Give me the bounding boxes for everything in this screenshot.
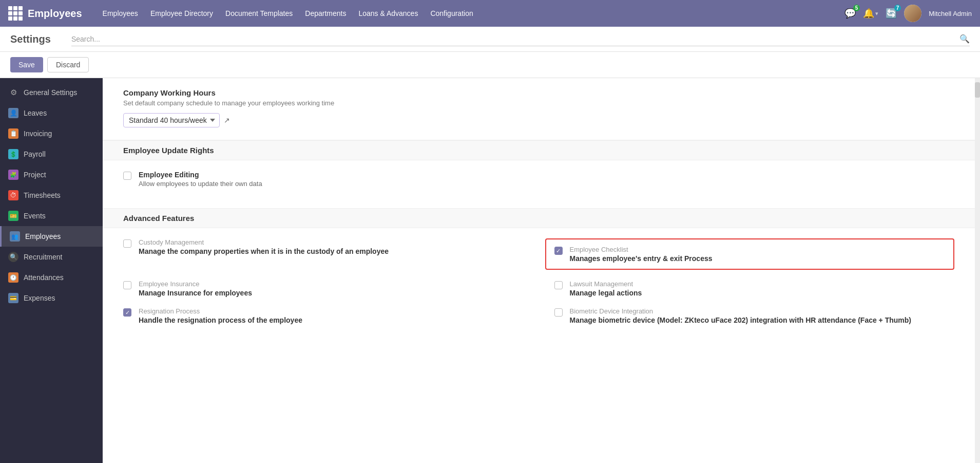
- sidebar-label-project: Project: [24, 171, 46, 179]
- refresh-badge: 7: [894, 5, 901, 11]
- sidebar-item-recruitment[interactable]: 🔍 Recruitment: [0, 247, 103, 267]
- nav-employee-directory[interactable]: Employee Directory: [145, 6, 218, 21]
- working-hours-section: Company Working Hours Set default compan…: [103, 78, 975, 140]
- sidebar-item-attendances[interactable]: 🕐 Attendances: [0, 267, 103, 288]
- sidebar: ⚙ General Settings 👤 Leaves 📋 Invoicing …: [0, 78, 103, 463]
- resignation-process-title: Handle the resignation process of the em…: [139, 316, 302, 324]
- sidebar-label-payroll: Payroll: [24, 150, 46, 158]
- nav-right-section: 💬 5 🔔 ▾ 🔄 7 Mitchell Admin: [844, 5, 972, 22]
- advanced-features-area: Custody Management Manage the company pr…: [103, 228, 975, 345]
- advanced-features-header: Advanced Features: [103, 208, 975, 228]
- advanced-features-title: Advanced Features: [123, 214, 954, 223]
- working-hours-title: Company Working Hours: [123, 88, 954, 97]
- working-hours-select-row: Standard 40 hours/weekStandard 35 hours/…: [123, 113, 954, 127]
- custody-management-text: Custody Management Manage the company pr…: [139, 238, 389, 255]
- employee-insurance-item: Employee Insurance Manage Insurance for …: [123, 280, 524, 297]
- sidebar-label-events: Events: [24, 212, 46, 220]
- advanced-row-2: Employee Insurance Manage Insurance for …: [123, 280, 954, 297]
- lawsuit-management-checkbox[interactable]: [554, 281, 563, 289]
- employee-insurance-category: Employee Insurance: [139, 280, 252, 288]
- lawsuit-management-item: Lawsuit Management Manage legal actions: [554, 280, 955, 297]
- custody-management-checkbox[interactable]: [123, 239, 131, 248]
- notifications-button[interactable]: 🔔 ▾: [863, 8, 878, 19]
- payroll-icon: 💲: [8, 149, 18, 159]
- biometric-device-text: Biometric Device Integration Manage biom…: [570, 307, 912, 324]
- resignation-process-item: Resignation Process Handle the resignati…: [123, 307, 524, 324]
- employee-editing-row: Employee Editing Allow employees to upda…: [123, 171, 954, 188]
- nav-configuration[interactable]: Configuration: [425, 6, 478, 21]
- advanced-row-1: Custody Management Manage the company pr…: [123, 238, 954, 270]
- leaves-icon: 👤: [8, 108, 18, 118]
- discard-button[interactable]: Discard: [47, 57, 89, 72]
- sidebar-item-expenses[interactable]: 💳 Expenses: [0, 288, 103, 308]
- sidebar-item-events[interactable]: 🎫 Events: [0, 206, 103, 226]
- employee-insurance-checkbox[interactable]: [123, 281, 131, 289]
- toolbar: Save Discard: [0, 52, 980, 78]
- search-icon[interactable]: 🔍: [959, 34, 970, 44]
- employee-update-rights-title: Employee Update Rights: [123, 146, 954, 155]
- employee-editing-label: Employee Editing: [139, 171, 262, 179]
- refresh-button[interactable]: 🔄 7: [886, 8, 897, 19]
- employee-update-rights-header: Employee Update Rights: [103, 140, 975, 160]
- employee-update-rights-area: Employee Editing Allow employees to upda…: [103, 160, 975, 208]
- gear-icon: ⚙: [8, 87, 18, 98]
- custody-management-category: Custody Management: [139, 238, 389, 246]
- sidebar-label-timesheets: Timesheets: [24, 191, 61, 199]
- app-logo[interactable]: Employees: [8, 6, 82, 21]
- sidebar-label-invoicing: Invoicing: [24, 129, 52, 138]
- sidebar-item-payroll[interactable]: 💲 Payroll: [0, 144, 103, 164]
- avatar[interactable]: [904, 5, 921, 22]
- custody-management-title: Manage the company properties when it is…: [139, 247, 389, 255]
- employee-editing-text: Employee Editing Allow employees to upda…: [139, 171, 262, 188]
- search-bar: 🔍: [71, 32, 970, 46]
- main-layout: ⚙ General Settings 👤 Leaves 📋 Invoicing …: [0, 78, 980, 463]
- employee-editing-checkbox[interactable]: [123, 172, 131, 180]
- nav-loans-advances[interactable]: Loans & Advances: [353, 6, 423, 21]
- nav-employees[interactable]: Employees: [98, 6, 143, 21]
- chat-button[interactable]: 💬 5: [844, 8, 856, 19]
- save-button[interactable]: Save: [10, 57, 43, 72]
- sidebar-label-leaves: Leaves: [24, 109, 47, 117]
- biometric-device-checkbox[interactable]: [554, 308, 563, 317]
- working-hours-select[interactable]: Standard 40 hours/weekStandard 35 hours/…: [123, 113, 220, 127]
- subheader: Settings 🔍: [0, 27, 980, 52]
- content-area: Company Working Hours Set default compan…: [103, 78, 975, 463]
- scroll-thumb[interactable]: [975, 82, 980, 98]
- project-icon: 🧩: [8, 170, 18, 180]
- lawsuit-management-category: Lawsuit Management: [570, 280, 642, 288]
- employee-editing-item: Employee Editing Allow employees to upda…: [123, 171, 524, 188]
- sidebar-item-timesheets[interactable]: ⏱ Timesheets: [0, 185, 103, 206]
- employee-checklist-title: Manages employee's entry & exit Process: [570, 254, 713, 263]
- employee-checklist-category: Employee Checklist: [570, 246, 713, 253]
- expenses-icon: 💳: [8, 293, 18, 303]
- sidebar-item-project[interactable]: 🧩 Project: [0, 164, 103, 185]
- employees-icon: 👥: [10, 231, 20, 242]
- sidebar-item-employees[interactable]: 👥 Employees: [0, 226, 103, 247]
- nav-departments[interactable]: Departments: [300, 6, 351, 21]
- sidebar-label-expenses: Expenses: [24, 294, 55, 302]
- sidebar-item-invoicing[interactable]: 📋 Invoicing: [0, 123, 103, 144]
- sidebar-label-attendances: Attendances: [24, 273, 64, 282]
- biometric-device-category: Biometric Device Integration: [570, 307, 912, 315]
- scrollbar[interactable]: [975, 78, 980, 463]
- sidebar-item-general-settings[interactable]: ⚙ General Settings: [0, 82, 103, 103]
- custody-management-item: Custody Management Manage the company pr…: [123, 238, 514, 270]
- lawsuit-management-text: Lawsuit Management Manage legal actions: [570, 280, 642, 297]
- grid-icon: [8, 6, 23, 21]
- sidebar-label-recruitment: Recruitment: [24, 253, 62, 261]
- resignation-process-category: Resignation Process: [139, 307, 302, 315]
- advanced-row-3: Resignation Process Handle the resignati…: [123, 307, 954, 324]
- search-input[interactable]: [71, 35, 959, 43]
- employee-checklist-checkbox[interactable]: [554, 247, 563, 255]
- sidebar-label-employees: Employees: [25, 232, 61, 240]
- employee-insurance-title: Manage Insurance for employees: [139, 289, 252, 297]
- nav-document-templates[interactable]: Document Templates: [220, 6, 298, 21]
- employee-checklist-highlighted: Employee Checklist Manages employee's en…: [545, 238, 955, 270]
- biometric-device-item: Biometric Device Integration Manage biom…: [554, 307, 955, 324]
- user-name-label[interactable]: Mitchell Admin: [929, 10, 972, 17]
- page-title: Settings: [10, 33, 51, 45]
- external-link-icon[interactable]: ↗: [224, 116, 230, 124]
- sidebar-item-leaves[interactable]: 👤 Leaves: [0, 103, 103, 123]
- resignation-process-checkbox[interactable]: [123, 308, 131, 317]
- timesheets-icon: ⏱: [8, 190, 18, 200]
